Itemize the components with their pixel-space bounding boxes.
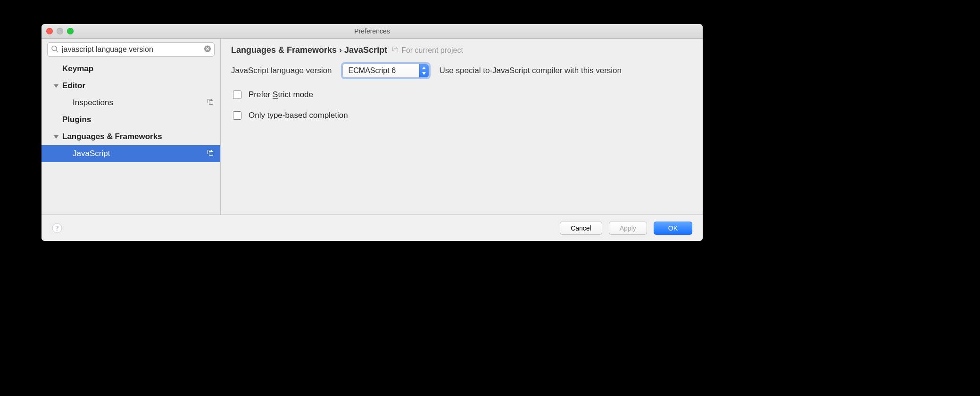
chevron-down-icon[interactable] [54,132,58,141]
svg-line-1 [56,50,58,52]
sidebar-item-inspections[interactable]: Inspections [42,94,220,111]
search-input[interactable] [61,45,200,54]
chevron-down-icon[interactable] [54,81,58,91]
prefer-strict-checkbox[interactable]: Prefer Strict mode [231,89,691,100]
language-version-select[interactable]: ECMAScript 6 [342,64,429,78]
sidebar-item-label: Editor [62,81,85,91]
breadcrumb: Languages & Frameworks › JavaScript For … [231,45,691,55]
clear-search-icon[interactable] [204,45,211,54]
prefer-strict-label: Prefer Strict mode [249,90,313,99]
prefer-strict-input[interactable] [233,91,241,99]
type-completion-checkbox[interactable]: Only type-based completion [231,110,691,121]
sidebar-item-plugins[interactable]: Plugins [42,111,220,128]
svg-rect-4 [209,101,213,105]
scope-icon [207,98,214,107]
sidebar-item-label: Inspections [73,98,113,107]
zoom-window-icon[interactable] [67,28,74,34]
svg-rect-8 [394,48,398,52]
sidebar-item-label: Keymap [62,64,93,74]
preferences-dialog: Preferences KeymapEditorInspecti [42,24,703,241]
sidebar-item-label: Plugins [62,115,91,124]
sidebar-item-javascript[interactable]: JavaScript [42,145,220,162]
sidebar-item-editor[interactable]: Editor [42,77,220,94]
dialog-footer: ? Cancel Apply OK [42,214,703,241]
window-title: Preferences [354,27,390,35]
search-icon [51,45,58,54]
sidebar-item-label: JavaScript [73,149,110,158]
apply-button[interactable]: Apply [609,222,647,235]
close-window-icon[interactable] [46,28,53,34]
sidebar: KeymapEditorInspectionsPluginsLanguages … [42,39,221,214]
sidebar-item-label: Languages & Frameworks [62,132,162,141]
ok-button[interactable]: OK [654,222,692,235]
scope-hint: For current project [392,46,463,55]
minimize-window-icon [57,28,63,34]
settings-tree[interactable]: KeymapEditorInspectionsPluginsLanguages … [42,60,220,214]
window-controls [46,28,74,34]
cancel-button[interactable]: Cancel [560,222,602,235]
scope-hint-label: For current project [401,46,463,55]
breadcrumb-path: Languages & Frameworks › JavaScript [231,45,387,55]
language-version-label: JavaScript language version [231,66,332,75]
sidebar-item-languages-frameworks[interactable]: Languages & Frameworks [42,128,220,145]
svg-point-0 [52,46,57,51]
sidebar-item-keymap[interactable]: Keymap [42,60,220,77]
help-icon[interactable]: ? [52,223,62,233]
settings-panel: Languages & Frameworks › JavaScript For … [221,39,703,214]
scope-icon [207,149,214,158]
select-stepper-icon [419,64,429,77]
type-completion-label: Only type-based completion [249,111,348,120]
titlebar: Preferences [42,24,703,39]
preferences-search[interactable] [47,42,215,57]
language-version-note: Use special to-JavaScript compiler with … [440,66,622,75]
scope-icon [392,46,399,55]
svg-text:?: ? [56,225,58,232]
type-completion-input[interactable] [233,111,241,120]
language-version-value: ECMAScript 6 [349,66,396,75]
svg-rect-6 [209,152,213,156]
